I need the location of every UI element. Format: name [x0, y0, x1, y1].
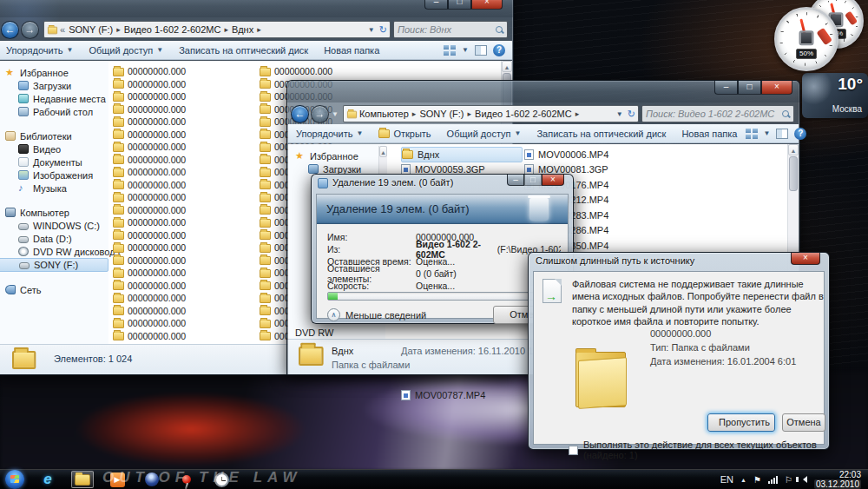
chevron-up-icon[interactable]: ∧	[327, 308, 340, 321]
address-bar[interactable]: « SONY (F:)▸Видео 1-602 2-602MC▸Вднх▸ ▼ …	[43, 21, 391, 38]
taskbar-blue-app[interactable]	[141, 471, 163, 488]
view-dropdown-icon[interactable]: ▼	[462, 46, 469, 54]
folder-row[interactable]: 00000000.000	[113, 78, 186, 91]
change-view-icon[interactable]	[746, 129, 758, 139]
folder-row[interactable]: 00000000.000	[113, 254, 186, 268]
breadcrumb-item[interactable]: Вднх	[230, 24, 255, 35]
close-button[interactable]: ×	[761, 81, 792, 95]
address-bar[interactable]: Компьютер▸SONY (F:)▸Видео 1-602 2-602MC▸…	[343, 105, 639, 122]
sidebar-item[interactable]: Избранное	[288, 149, 385, 162]
folder-row[interactable]: 00000000.000	[113, 241, 186, 254]
folder-row[interactable]: 00000000.000	[113, 317, 186, 330]
sidebar-item-dvd[interactable]: DVD RW	[295, 327, 333, 338]
back-button[interactable]: ←	[1, 21, 19, 39]
sidebar-item[interactable]: Изображения	[0, 169, 108, 182]
file-row[interactable]: Вднх	[401, 147, 523, 162]
toolbar-button[interactable]: Новая папка	[316, 45, 387, 56]
folder-row[interactable]: 00000000.000	[113, 305, 186, 318]
toolbar-button[interactable]: Упорядочить▼	[0, 45, 81, 56]
search-input[interactable]: Поиск: Вднх	[393, 21, 508, 38]
folder-row[interactable]: 00000000.000	[113, 267, 186, 280]
taskbar-internet-explorer[interactable]: e	[36, 471, 59, 488]
breadcrumb-item[interactable]: SONY (F:)	[67, 24, 115, 35]
folder-row[interactable]: 00000000.000	[113, 116, 186, 129]
back-button[interactable]: ←	[291, 105, 309, 123]
minimize-button[interactable]: –	[507, 175, 524, 186]
scroll-up-icon[interactable]: ▲	[788, 144, 799, 155]
sidebar-item[interactable]: Загрузки	[0, 79, 108, 92]
forward-button[interactable]: →	[311, 105, 329, 123]
breadcrumb-separator-icon[interactable]: ▸	[115, 25, 122, 34]
forward-button[interactable]: →	[21, 21, 39, 39]
folder-row[interactable]: 00000000.000	[113, 141, 186, 154]
toolbar-button[interactable]: Записать на оптический диск	[529, 129, 674, 139]
file-row[interactable]: MOV00787.MP4	[401, 387, 485, 403]
breadcrumb-item[interactable]: SONY (F:)	[418, 109, 465, 119]
folder-row[interactable]: 00000000.000	[113, 103, 186, 116]
sidebar-item[interactable]: Компьютер	[0, 206, 108, 219]
sidebar-item[interactable]: Музыка	[0, 182, 108, 195]
volume-icon[interactable]	[799, 476, 807, 483]
cpu-gauge-1[interactable]: 50%	[774, 7, 838, 71]
taskbar-clock[interactable]: 22:03 03.12.2010	[814, 470, 861, 489]
sidebar-item[interactable]: Рабочий стол	[0, 105, 108, 118]
folder-row[interactable]: 00000000.000	[113, 280, 186, 293]
breadcrumb-item[interactable]: Видео 1-602 2-602MC	[122, 24, 223, 35]
toolbar-button[interactable]: Открыть	[371, 129, 438, 139]
folder-row[interactable]: 00000000.000	[113, 129, 186, 142]
breadcrumb-separator-icon[interactable]: ▸	[255, 25, 263, 34]
breadcrumb-separator-icon[interactable]: ▸	[466, 109, 474, 118]
toolbar-button[interactable]: Общий доступ▼	[439, 129, 529, 139]
file-row[interactable]: MOV00006.MP4	[524, 147, 608, 162]
apply-to-all-checkbox[interactable]	[569, 446, 578, 455]
history-dropdown-icon[interactable]: ▼	[332, 110, 339, 118]
breadcrumb-item[interactable]: Компьютер	[358, 109, 411, 119]
folder-row[interactable]: 00000000.000	[113, 191, 186, 204]
less-details-toggle[interactable]: ∧ Меньше сведений	[327, 308, 426, 321]
flag-icon[interactable]: ⚐	[785, 475, 792, 485]
scrollbar-thumb[interactable]	[789, 156, 798, 191]
search-icon[interactable]	[496, 26, 503, 34]
folder-row[interactable]: 00000000.000	[113, 330, 186, 343]
refresh-icon[interactable]: ↻	[628, 109, 635, 120]
sidebar-item[interactable]: Избранное	[0, 66, 108, 79]
folder-row[interactable]: 00000000.000	[260, 65, 332, 78]
folder-row[interactable]: 00000000.000	[113, 166, 186, 179]
breadcrumb-item[interactable]: Видео 1-602 2-602MC	[473, 109, 574, 119]
folder-row[interactable]: 00000000.000	[113, 90, 186, 103]
tray-expand-icon[interactable]: ▲	[740, 477, 746, 483]
sidebar-item[interactable]: Data (D:)	[0, 232, 108, 245]
minimize-button[interactable]: –	[424, 0, 448, 10]
cancel-button[interactable]: Отмена	[782, 413, 825, 432]
search-icon[interactable]	[782, 110, 790, 118]
close-button[interactable]: ×	[791, 253, 820, 265]
help-icon[interactable]: ?	[794, 128, 806, 140]
taskbar-media-player[interactable]: ▶	[106, 471, 128, 488]
minimize-button[interactable]: –	[714, 81, 738, 95]
folder-row[interactable]: 00000000.000	[113, 292, 186, 305]
breadcrumb-overflow-chevron[interactable]: «	[58, 24, 67, 35]
network-signal-icon[interactable]	[768, 475, 778, 484]
folder-row[interactable]: 00000000.000	[113, 65, 186, 78]
sidebar-item[interactable]: Видео	[0, 142, 108, 155]
close-button[interactable]: ×	[542, 175, 564, 186]
start-button[interactable]	[5, 470, 24, 489]
sidebar-item[interactable]: WINDOWS (C:)	[0, 219, 108, 232]
maximize-button[interactable]: □	[738, 81, 761, 95]
skip-button[interactable]: Пропустить	[707, 413, 775, 432]
sidebar-item[interactable]: DVD RW дисковод (	[0, 245, 108, 258]
preview-pane-icon[interactable]	[776, 129, 788, 139]
scroll-up-icon[interactable]: ▲	[379, 146, 387, 157]
breadcrumb-separator-icon[interactable]: ▸	[574, 109, 582, 118]
folder-row[interactable]: 00000000.000	[113, 154, 186, 167]
sidebar-item[interactable]: Библиотеки	[0, 129, 108, 142]
scroll-up-icon[interactable]: ▲	[502, 61, 512, 72]
change-view-icon[interactable]	[444, 45, 456, 56]
refresh-icon[interactable]: ↻	[379, 24, 387, 36]
search-input[interactable]: Поиск: Видео 1-602 2-602MC	[641, 105, 794, 122]
folder-row[interactable]: 00000000.000	[113, 204, 186, 217]
address-dropdown-icon[interactable]: ▼	[616, 110, 623, 118]
toolbar-button[interactable]: Записать на оптический диск	[171, 45, 316, 56]
maximize-button[interactable]: □	[448, 0, 471, 10]
taskbar-pushpin-app[interactable]	[175, 471, 198, 488]
